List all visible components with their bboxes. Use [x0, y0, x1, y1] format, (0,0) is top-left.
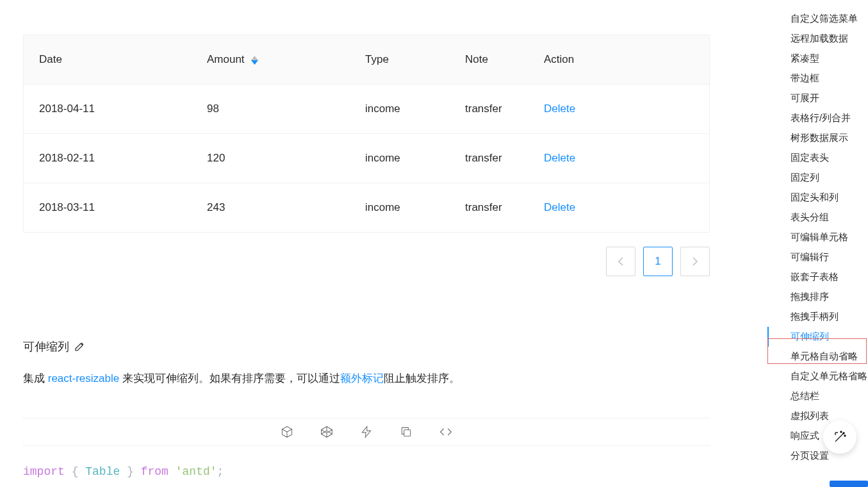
sidebar-item[interactable]: 固定表头: [767, 148, 868, 168]
sidebar-item[interactable]: 紧凑型: [767, 49, 868, 69]
sidebar-item[interactable]: 可编辑行: [767, 247, 868, 267]
copy-icon[interactable]: [399, 425, 413, 439]
sidebar-item[interactable]: 树形数据展示: [767, 128, 868, 148]
cell-amount: 98: [192, 85, 350, 134]
sidebar-item[interactable]: 可编辑单元格: [767, 227, 868, 247]
cell-note: transfer: [450, 183, 528, 233]
cell-date: 2018-04-11: [24, 85, 192, 134]
horizontal-scrollbar-thumb[interactable]: [830, 481, 868, 487]
cell-type: income: [350, 183, 450, 233]
cell-amount: 120: [192, 134, 350, 183]
table-row: 2018-03-11 243 income transfer Delete: [24, 183, 709, 233]
cell-note: transfer: [450, 134, 528, 183]
react-resizable-link[interactable]: react-resizable: [48, 372, 120, 384]
svg-point-1: [843, 433, 844, 434]
delete-link[interactable]: Delete: [544, 103, 575, 115]
code-toolbar: [23, 418, 710, 446]
sidebar-item[interactable]: 单元格自动省略: [767, 347, 868, 367]
code-block: import { Table } from 'antd';: [23, 465, 710, 478]
col-header-date[interactable]: Date: [24, 35, 192, 85]
sidebar-item[interactable]: 拖拽手柄列: [767, 307, 868, 327]
edit-icon[interactable]: [74, 342, 85, 352]
col-header-type[interactable]: Type: [350, 35, 450, 85]
cell-date: 2018-02-11: [24, 134, 192, 183]
extra-mark-link[interactable]: 额外标记: [340, 372, 384, 384]
cell-note: transfer: [450, 85, 528, 134]
delete-link[interactable]: Delete: [544, 201, 575, 213]
pagination-prev-button[interactable]: [606, 247, 635, 276]
section-title: 可伸缩列: [23, 339, 710, 354]
svg-point-2: [844, 435, 846, 436]
codepen-icon[interactable]: [320, 425, 334, 439]
section-description: 集成 react-resizable 来实现可伸缩列。如果有排序需要，可以通过额…: [23, 370, 710, 387]
sidebar-item[interactable]: 可展开: [767, 88, 868, 108]
sidebar-item[interactable]: 固定头和列: [767, 188, 868, 208]
col-header-amount[interactable]: Amount: [192, 35, 350, 85]
cell-amount: 243: [192, 183, 350, 233]
sidebar-item[interactable]: 虚拟列表: [767, 406, 868, 426]
data-table: Date Amount Type Note Action: [23, 35, 710, 233]
sidebar-item[interactable]: 表头分组: [767, 208, 868, 227]
sort-icon[interactable]: [251, 56, 258, 65]
sidebar-item[interactable]: 分页设置: [767, 446, 868, 466]
col-header-note[interactable]: Note: [450, 35, 528, 85]
sidebar-item[interactable]: 表格行/列合并: [767, 108, 868, 128]
sidebar-item[interactable]: 带边框: [767, 69, 868, 88]
codesandbox-icon[interactable]: [280, 425, 294, 439]
code-icon[interactable]: [439, 425, 453, 439]
sidebar-item[interactable]: 拖拽排序: [767, 287, 868, 307]
pagination-next-button[interactable]: [680, 247, 710, 276]
table-row: 2018-02-11 120 income transfer Delete: [24, 134, 709, 183]
sidebar-item[interactable]: 嵌套子表格: [767, 267, 868, 287]
theme-editor-fab[interactable]: [823, 420, 856, 454]
sidebar-item[interactable]: 自定义单元格省略: [767, 367, 868, 386]
cell-type: income: [350, 85, 450, 134]
sidebar-item-active[interactable]: 可伸缩列: [767, 327, 868, 347]
sidebar-item[interactable]: 远程加载数据: [767, 29, 868, 49]
table-header-row: Date Amount Type Note Action: [24, 35, 709, 85]
sidebar-item[interactable]: 自定义筛选菜单: [767, 9, 868, 29]
anchor-sidebar: 自定义筛选菜单 远程加载数据 紧凑型 带边框 可展开 表格行/列合并 树形数据展…: [767, 0, 868, 487]
pagination-page-1-button[interactable]: 1: [643, 247, 673, 276]
sidebar-item[interactable]: 总结栏: [767, 386, 868, 406]
svg-point-3: [840, 431, 842, 433]
sidebar-item[interactable]: 固定列: [767, 168, 868, 188]
stackblitz-icon[interactable]: [359, 425, 373, 439]
cell-type: income: [350, 134, 450, 183]
pagination: 1: [23, 247, 710, 276]
cell-date: 2018-03-11: [24, 183, 192, 233]
table-row: 2018-04-11 98 income transfer Delete: [24, 85, 709, 134]
svg-rect-0: [404, 430, 411, 436]
col-header-action: Action: [528, 35, 709, 85]
delete-link[interactable]: Delete: [544, 152, 575, 164]
